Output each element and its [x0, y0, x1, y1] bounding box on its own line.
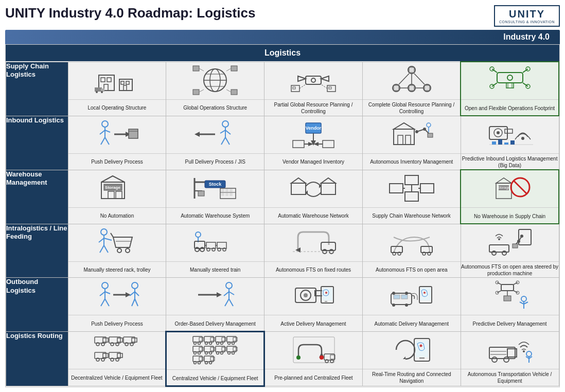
- icon-pull-delivery: [166, 116, 264, 152]
- svg-line-235: [514, 282, 518, 284]
- svg-point-283: [232, 342, 235, 345]
- svg-rect-285: [199, 347, 203, 351]
- svg-point-187: [520, 235, 523, 238]
- svg-point-270: [194, 342, 197, 345]
- svg-point-186: [517, 240, 520, 243]
- row-label-intralogistics: Intralogistics / Line Feeding: [6, 224, 68, 278]
- svg-point-328: [526, 351, 532, 357]
- svg-rect-6: [126, 81, 129, 84]
- svg-point-306: [205, 362, 208, 364]
- cell-label: Supply Chain Warehouse Network: [363, 209, 460, 223]
- cell-label: Decentralized Vehicle / Equipment Fleet: [68, 370, 166, 385]
- svg-point-244: [521, 296, 526, 301]
- cell-label: Centralized Vehicle / Equipment Fleet: [167, 371, 263, 385]
- divider: [166, 261, 264, 262]
- svg-line-41: [414, 74, 425, 84]
- divider: [264, 153, 362, 154]
- cell-label: Predictive Inbound Logistics Management …: [461, 155, 559, 169]
- svg-point-274: [205, 342, 208, 345]
- cell-partial-global: Partial Global Resource Planning / Contr…: [264, 62, 363, 116]
- divider: [265, 369, 362, 369]
- svg-line-195: [100, 292, 105, 296]
- svg-point-222: [325, 292, 327, 294]
- divider: [166, 153, 264, 154]
- row-label-routing: Logistics Routing: [6, 332, 68, 386]
- svg-rect-91: [398, 135, 403, 145]
- svg-point-10: [96, 91, 98, 93]
- svg-point-226: [392, 304, 395, 307]
- svg-rect-293: [222, 347, 226, 351]
- svg-rect-301: [199, 357, 203, 361]
- svg-point-282: [228, 342, 231, 345]
- svg-rect-224: [394, 295, 400, 299]
- svg-line-205: [132, 299, 135, 306]
- svg-rect-25: [306, 76, 321, 84]
- svg-point-319: [419, 345, 422, 347]
- svg-marker-72: [195, 132, 200, 137]
- svg-point-102: [497, 131, 500, 134]
- cell-realtime-routing: Real-Time Routing and Connected Navigati…: [362, 332, 461, 386]
- svg-line-203: [130, 292, 135, 296]
- svg-rect-20: [231, 90, 237, 95]
- svg-point-279: [221, 342, 223, 345]
- svg-point-271: [198, 342, 201, 345]
- icon-fts-fixed: [264, 224, 362, 260]
- divider: [461, 99, 558, 100]
- divider: [264, 261, 362, 262]
- logistics-grid: Supply ChainLogistics: [6, 61, 559, 387]
- table-row: Outbound Logistics: [6, 278, 559, 332]
- icon-active-delivery: [264, 278, 362, 314]
- svg-rect-138: [390, 184, 403, 193]
- divider: [167, 369, 263, 370]
- icon-manual-rack: [68, 224, 166, 260]
- page-title: UNITY Industry 4.0 Roadmap: Logistics: [5, 5, 255, 21]
- svg-point-229: [405, 292, 408, 295]
- cell-label: Push Delivery Process: [68, 155, 166, 169]
- svg-rect-19: [193, 90, 199, 95]
- svg-rect-132: [321, 183, 336, 194]
- svg-rect-183: [519, 229, 531, 245]
- icon-out-push: [68, 278, 166, 314]
- svg-rect-249: [103, 338, 108, 342]
- svg-line-204: [135, 292, 139, 296]
- icon-autonomous-inv: [363, 116, 461, 152]
- icon-auto-warehouse: Stock: [166, 170, 264, 206]
- cell-label: Autonomous FTS on open area steered by p…: [461, 263, 559, 277]
- icon-flexible-ops: [461, 62, 558, 98]
- icon-central-fleet: [167, 332, 263, 368]
- cell-label: Active Delivery Management: [264, 316, 362, 331]
- svg-point-278: [217, 342, 219, 345]
- cell-decentral-fleet: Decentralized Vehicle / Equipment Fleet: [68, 332, 166, 386]
- icon-manual-train: [166, 224, 264, 260]
- svg-point-311: [320, 355, 324, 360]
- cell-vendor-managed: Vendor: [264, 116, 363, 170]
- svg-text:Vendor: Vendor: [306, 126, 322, 131]
- cell-label: Automatic Delivery Management: [363, 316, 461, 331]
- row-label-warehouse: Warehouse Management: [6, 170, 68, 224]
- svg-line-40: [399, 74, 409, 84]
- page-header: UNITY Industry 4.0 Roadmap: Logistics UN…: [5, 5, 560, 27]
- svg-rect-273: [210, 337, 215, 341]
- divider: [68, 153, 166, 154]
- svg-rect-89: [394, 129, 414, 145]
- svg-line-197: [101, 299, 105, 306]
- svg-point-217: [304, 293, 308, 297]
- svg-marker-26: [321, 76, 329, 81]
- cell-flexible-ops: Open and Flexible Operations Footprint: [461, 62, 559, 116]
- svg-point-295: [221, 352, 223, 354]
- svg-line-22: [226, 68, 231, 71]
- icon-decentral-fleet: [68, 332, 166, 368]
- svg-line-76: [225, 130, 231, 134]
- cell-manual-rack: Manually steered rack, trolley: [68, 224, 166, 278]
- svg-line-154: [104, 245, 108, 253]
- svg-rect-17: [193, 66, 199, 71]
- svg-point-96: [423, 128, 426, 131]
- svg-line-198: [105, 299, 109, 306]
- cell-label: Complete Global Resource Planning / Cont…: [363, 101, 460, 115]
- svg-point-28: [311, 78, 315, 82]
- divider: [461, 207, 558, 208]
- svg-rect-114: [108, 191, 114, 199]
- svg-line-33: [299, 84, 306, 88]
- icon-predictive-inbound: [461, 116, 559, 152]
- divider: [166, 207, 264, 208]
